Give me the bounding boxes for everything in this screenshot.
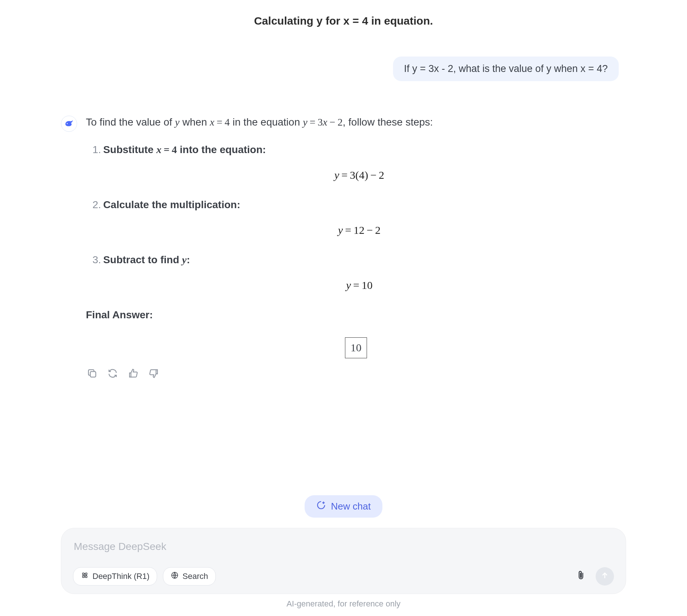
whale-icon	[64, 118, 74, 129]
equation-block: y=10	[92, 277, 626, 294]
step-2: 2.Calculate the multiplication: y=12−2	[92, 197, 626, 239]
intro-text: when	[179, 116, 210, 128]
step-number: 2.	[92, 199, 101, 210]
svg-rect-1	[90, 372, 96, 377]
step-text: Calculate the multiplication:	[103, 199, 240, 210]
step-math: x=4	[156, 144, 177, 155]
message-input[interactable]	[73, 539, 614, 567]
step-number: 3.	[92, 254, 101, 265]
copy-button[interactable]	[86, 369, 98, 382]
intro-math-y: y	[175, 116, 179, 128]
thumbs-down-icon	[148, 367, 159, 383]
user-message-row: If y = 3x - 2, what is the value of y wh…	[61, 57, 626, 81]
paperclip-icon	[575, 570, 586, 583]
assistant-message-row: To find the value of y when x=4 in the e…	[61, 114, 626, 382]
intro-text: in the equation	[230, 116, 303, 128]
atom-icon	[81, 571, 89, 581]
new-chat-label: New chat	[331, 501, 371, 512]
intro-math-eq: y=3x−2	[303, 116, 342, 128]
thumbs-up-button[interactable]	[127, 369, 139, 382]
send-button[interactable]	[596, 567, 614, 586]
message-actions	[86, 369, 626, 382]
intro-text: To find the value of	[86, 116, 175, 128]
deepthink-chip[interactable]: DeepThink (R1)	[73, 567, 157, 586]
final-answer-label: Final Answer:	[86, 307, 626, 323]
step-math: y	[182, 254, 186, 265]
final-answer-block: 10	[86, 337, 626, 358]
step-text: Substitute	[103, 144, 156, 155]
step-text: Subtract to find	[103, 254, 182, 265]
globe-icon	[171, 571, 179, 581]
search-label: Search	[182, 572, 208, 581]
step-text: :	[186, 254, 190, 265]
new-chat-button[interactable]: New chat	[305, 495, 382, 518]
step-text: into the equation:	[177, 144, 266, 155]
steps-list: 1.Substitute x=4 into the equation: y=3(…	[86, 142, 626, 294]
step-number: 1.	[92, 144, 101, 155]
page-title: Calculating y for x = 4 in equation.	[61, 15, 626, 27]
equation-block: y=3(4)−2	[92, 167, 626, 184]
arrow-up-icon	[600, 571, 609, 581]
deepthink-label: DeepThink (R1)	[92, 572, 149, 581]
search-chip[interactable]: Search	[163, 567, 216, 586]
user-message-bubble: If y = 3x - 2, what is the value of y wh…	[393, 57, 619, 81]
svg-point-0	[67, 123, 68, 124]
assistant-avatar	[61, 116, 77, 132]
input-panel: DeepThink (R1) Search	[61, 528, 626, 594]
svg-point-2	[84, 575, 86, 576]
intro-text: , follow these steps:	[343, 116, 433, 128]
intro-math-x4: x=4	[210, 116, 230, 128]
assistant-intro: To find the value of y when x=4 in the e…	[86, 114, 626, 130]
disclaimer-text: AI-generated, for reference only	[61, 599, 626, 609]
step-3: 3.Subtract to find y: y=10	[92, 252, 626, 294]
copy-icon	[87, 367, 98, 383]
thumbs-up-icon	[128, 367, 139, 383]
final-answer-value: 10	[345, 337, 367, 358]
assistant-message-body: To find the value of y when x=4 in the e…	[86, 114, 626, 382]
equation-block: y=12−2	[92, 222, 626, 239]
thumbs-down-button[interactable]	[148, 369, 160, 382]
regenerate-button[interactable]	[106, 369, 119, 382]
refresh-icon	[107, 367, 118, 383]
attach-button[interactable]	[574, 570, 588, 583]
step-1: 1.Substitute x=4 into the equation: y=3(…	[92, 142, 626, 184]
new-chat-icon	[316, 500, 326, 512]
